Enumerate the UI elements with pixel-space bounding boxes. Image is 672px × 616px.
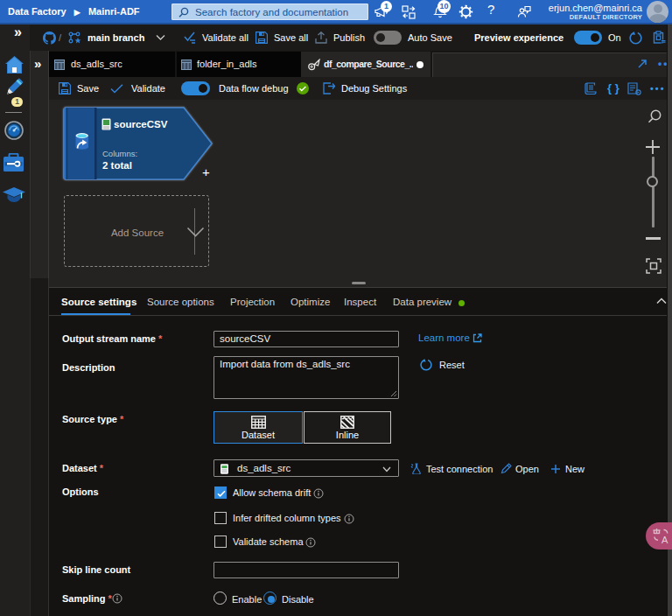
- svg-text:A: A: [662, 535, 668, 545]
- svg-text:sourceCSV: sourceCSV: [114, 119, 168, 130]
- svg-text:+: +: [202, 164, 210, 179]
- svg-text:2 total: 2 total: [102, 160, 132, 171]
- svg-text:Columns:: Columns:: [102, 149, 137, 158]
